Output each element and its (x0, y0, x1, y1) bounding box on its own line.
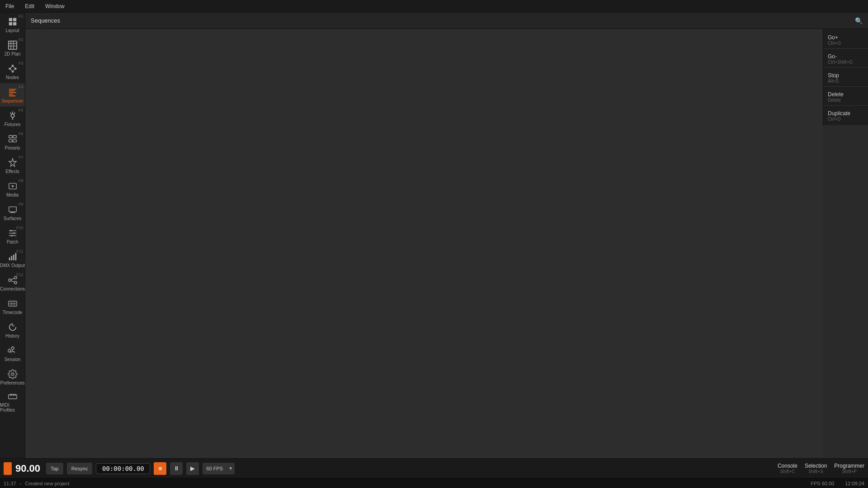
stop-button[interactable]: ■ (154, 462, 166, 475)
pause-button[interactable]: ⏸ (170, 462, 183, 475)
play-button[interactable]: ▶ (186, 462, 199, 475)
console-mode-shortcut: Shift+C (780, 469, 795, 474)
sequencer-icon (8, 87, 18, 97)
sidebar-label-history: History (5, 333, 19, 338)
action-stop-label: Stop (828, 72, 863, 79)
sidebar-item-dmx[interactable]: F11 DMX Output (0, 248, 25, 271)
sidebar-label-timecode: Timecode (3, 310, 23, 315)
toolbar: Sequences 🔍 (25, 13, 868, 29)
page-title: Sequences (31, 17, 855, 24)
svg-rect-3 (13, 22, 16, 25)
sidebar-label-connections: Connections (0, 286, 25, 291)
menu-window[interactable]: Window (43, 2, 66, 10)
plan-icon (8, 40, 18, 50)
svg-rect-19 (9, 92, 16, 93)
mode-console[interactable]: Console Shift+C (778, 463, 797, 474)
action-delete-label: Delete (828, 91, 863, 98)
fps-dropdown-btn[interactable]: ▼ (226, 466, 235, 471)
transport-modes: Console Shift+C Selection Shift+S Progra… (778, 463, 864, 474)
action-go-plus-shortcut: Ctrl+G (828, 41, 863, 46)
stop-icon: ■ (158, 465, 162, 472)
sidebar-label-session: Session (5, 357, 21, 362)
sidebar-item-timecode[interactable]: Timecode (0, 295, 25, 318)
tap-button[interactable]: Tap (46, 463, 63, 474)
svg-line-16 (10, 69, 12, 71)
sidebar-item-preferences[interactable]: Preferences (0, 365, 25, 389)
surfaces-icon (8, 205, 18, 215)
svg-point-39 (11, 235, 13, 237)
mode-programmer[interactable]: Programmer Shift+P (834, 463, 864, 474)
fps-status: FPS 60.00 (811, 481, 834, 486)
action-go-minus-shortcut: Ctrl+Shift+G (828, 60, 863, 65)
svg-point-59 (11, 373, 14, 375)
svg-rect-64 (14, 394, 15, 396)
sidebar-item-connections[interactable]: F12 Connections (0, 271, 25, 295)
svg-point-46 (14, 282, 16, 284)
sidebar-item-layout[interactable]: F1 Layout (0, 13, 25, 36)
svg-line-48 (11, 281, 14, 282)
svg-rect-27 (9, 136, 12, 138)
menu-file[interactable]: File (4, 2, 16, 10)
svg-rect-4 (8, 41, 16, 49)
sidebar-item-presets[interactable]: F6 Presets (0, 130, 25, 154)
sidebar-label-preferences: Preferences (0, 380, 25, 385)
svg-point-44 (8, 279, 11, 282)
svg-point-38 (13, 232, 14, 234)
action-duplicate[interactable]: Duplicate Ctrl+D (823, 107, 868, 123)
fkey-label: F9 (19, 202, 24, 206)
svg-rect-40 (9, 258, 10, 260)
selection-mode-shortcut: Shift+S (808, 469, 823, 474)
status-separator: - (20, 481, 22, 486)
action-go-minus[interactable]: Go- Ctrl+Shift+G (823, 50, 868, 66)
svg-point-25 (11, 114, 14, 117)
sidebar-item-effects[interactable]: F7 Effects (0, 154, 25, 177)
statusbar: 11:37 - Created new project FPS 60.00 12… (0, 478, 868, 488)
svg-rect-21 (9, 95, 15, 96)
programmer-mode-shortcut: Shift+P (842, 469, 857, 474)
search-icon[interactable]: 🔍 (855, 17, 863, 24)
status-message: Created new project (25, 481, 69, 486)
sidebar-item-patch[interactable]: F10 Patch (0, 224, 25, 248)
resync-button[interactable]: Resync (67, 463, 93, 474)
svg-rect-32 (9, 207, 16, 212)
menu-edit[interactable]: Edit (23, 2, 36, 10)
console-mode-label: Console (778, 463, 797, 469)
mode-selection[interactable]: Selection Shift+S (805, 463, 827, 474)
history-icon (8, 322, 18, 332)
svg-rect-20 (9, 94, 13, 95)
sidebar-item-surfaces[interactable]: F9 Surfaces (0, 201, 25, 224)
svg-line-23 (10, 113, 11, 115)
action-stop[interactable]: Stop Alt+S (823, 69, 868, 85)
divider (823, 105, 868, 106)
fkey-label: F12 (16, 272, 24, 277)
action-delete[interactable]: Delete Delete (823, 88, 868, 104)
sidebar: F1 Layout F2 2D Plan F3 Nodes F4 Sequenc… (0, 13, 25, 468)
clock-status: 12:09:24 (845, 481, 864, 486)
fixtures-icon (8, 111, 18, 121)
sidebar-item-sequencer[interactable]: F4 Sequencer (0, 83, 25, 107)
sidebar-item-2dplan[interactable]: F2 2D Plan (0, 36, 25, 60)
action-duplicate-label: Duplicate (828, 110, 863, 117)
sidebar-item-session[interactable]: Session (0, 342, 25, 365)
svg-line-47 (11, 278, 14, 280)
action-go-plus[interactable]: Go+ Ctrl+G (823, 31, 868, 47)
session-icon (8, 346, 18, 356)
timecode-icon (8, 299, 18, 309)
sidebar-item-midi[interactable]: MIDI Profiles (0, 389, 25, 414)
sidebar-item-nodes[interactable]: F3 Nodes (0, 60, 25, 83)
sidebar-item-media[interactable]: F8 Media (0, 177, 25, 201)
media-icon (8, 181, 18, 191)
bpm-value: 90.00 (15, 463, 42, 474)
sidebar-label-patch: Patch (7, 239, 19, 244)
layout-icon (8, 17, 18, 27)
action-stop-shortcut: Alt+S (828, 79, 863, 84)
sidebar-label-nodes: Nodes (6, 75, 19, 80)
preferences-icon (8, 369, 18, 379)
selection-mode-label: Selection (805, 463, 827, 469)
sidebar-item-fixtures[interactable]: F5 Fixtures (0, 107, 25, 130)
action-go-minus-label: Go- (828, 53, 863, 60)
svg-rect-0 (9, 18, 12, 21)
sidebar-item-history[interactable]: History (0, 318, 25, 342)
fkey-label: F1 (19, 14, 24, 19)
fps-value: 60 FPS (203, 466, 226, 471)
